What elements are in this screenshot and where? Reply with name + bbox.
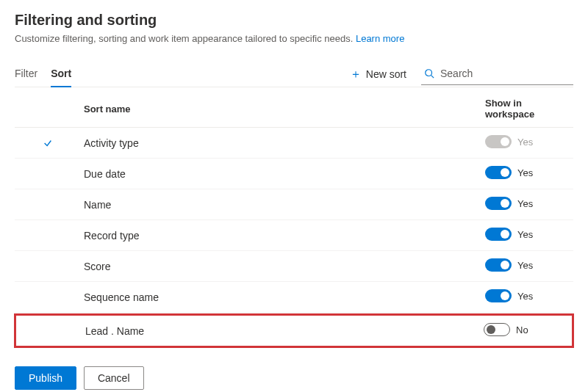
row-toggle-cell: Yes xyxy=(485,228,573,243)
toggle-track xyxy=(485,289,512,302)
toggle-track xyxy=(485,197,512,210)
toggle-knob xyxy=(487,325,495,334)
toggle-knob xyxy=(501,230,509,239)
toggle-track xyxy=(485,228,512,241)
toggle-label: Yes xyxy=(517,229,533,240)
row-name: Record type xyxy=(81,230,485,242)
row-toggle-cell: Yes xyxy=(485,135,573,150)
row-toggle-cell: Yes xyxy=(485,258,573,274)
toggle-label: Yes xyxy=(517,198,533,209)
tab-filter[interactable]: Filter xyxy=(15,62,37,87)
table-header: Sort name Show in workspace xyxy=(15,87,573,128)
row-name: Lead . Name xyxy=(82,325,484,337)
new-sort-button[interactable]: ＋ New sort xyxy=(347,64,409,84)
page-title: Filtering and sorting xyxy=(15,12,573,29)
toggle-track xyxy=(485,258,512,272)
learn-more-link[interactable]: Learn more xyxy=(356,33,404,44)
toggle-label: Yes xyxy=(517,137,533,148)
new-sort-label: New sort xyxy=(366,68,406,80)
row-toggle-cell: No xyxy=(484,323,572,338)
table-row[interactable]: Sequence nameYes xyxy=(15,282,573,313)
toggle-track xyxy=(485,135,512,148)
row-toggle-cell: Yes xyxy=(485,197,573,212)
table-row[interactable]: Record typeYes xyxy=(15,220,573,251)
tabs: Filter Sort xyxy=(15,62,71,87)
row-name: Due date xyxy=(81,168,485,180)
row-toggle-cell: Yes xyxy=(485,289,573,305)
table-row[interactable]: Lead . NameNo xyxy=(15,314,573,347)
row-name: Sequence name xyxy=(81,291,485,303)
toggle-label: Yes xyxy=(517,291,533,302)
show-in-workspace-toggle[interactable]: Yes xyxy=(485,197,533,210)
plus-icon: ＋ xyxy=(350,68,362,80)
row-name: Score xyxy=(81,261,485,272)
show-in-workspace-toggle[interactable]: Yes xyxy=(485,258,533,272)
sort-rows: Activity typeYesDue dateYesNameYesRecord… xyxy=(15,128,573,347)
toggle-knob xyxy=(501,291,509,300)
table-row[interactable]: Activity typeYes xyxy=(15,128,573,159)
row-name: Name xyxy=(81,199,485,211)
toggle-label: No xyxy=(516,324,528,335)
show-in-workspace-toggle[interactable]: Yes xyxy=(485,166,533,179)
toggle-track xyxy=(485,166,512,179)
tab-sort[interactable]: Sort xyxy=(51,62,71,87)
cancel-button[interactable]: Cancel xyxy=(84,366,144,390)
search-icon xyxy=(424,68,434,79)
search-input[interactable] xyxy=(439,67,570,80)
show-in-workspace-toggle: Yes xyxy=(485,135,533,148)
column-show-in-workspace: Show in workspace xyxy=(485,98,573,120)
toggle-label: Yes xyxy=(517,260,533,271)
table-row[interactable]: NameYes xyxy=(15,189,573,220)
footer: Publish Cancel xyxy=(15,366,573,390)
page-subtitle: Customize filtering, sorting and work it… xyxy=(15,33,573,44)
show-in-workspace-toggle[interactable]: Yes xyxy=(485,228,533,241)
publish-button[interactable]: Publish xyxy=(15,366,76,390)
svg-point-0 xyxy=(426,69,432,76)
table-row[interactable]: ScoreYes xyxy=(15,251,573,282)
show-in-workspace-toggle[interactable]: No xyxy=(484,323,528,336)
table-row[interactable]: Due dateYes xyxy=(15,159,573,189)
svg-line-1 xyxy=(431,75,434,78)
subtitle-text: Customize filtering, sorting and work it… xyxy=(15,33,353,44)
toggle-knob xyxy=(501,168,509,177)
toggle-label: Yes xyxy=(517,167,533,178)
row-name: Activity type xyxy=(81,137,485,149)
row-toggle-cell: Yes xyxy=(485,166,573,181)
toggle-knob xyxy=(501,199,509,208)
column-sort-name: Sort name xyxy=(81,104,485,115)
toggle-knob xyxy=(501,137,509,146)
toggle-track xyxy=(484,323,510,336)
toolbar: Filter Sort ＋ New sort xyxy=(15,62,573,87)
row-check xyxy=(15,138,81,148)
check-icon xyxy=(43,138,53,148)
toggle-knob xyxy=(501,261,509,269)
show-in-workspace-toggle[interactable]: Yes xyxy=(485,289,533,302)
search-box[interactable] xyxy=(421,64,573,85)
toolbar-right: ＋ New sort xyxy=(347,64,573,85)
